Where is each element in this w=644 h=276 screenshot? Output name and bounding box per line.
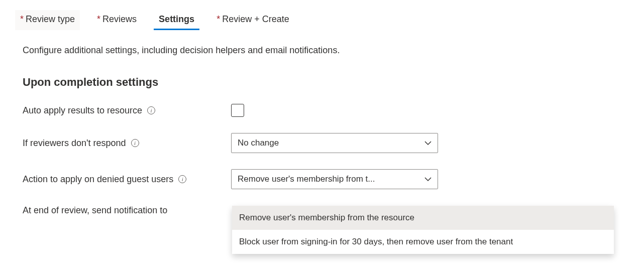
tab-settings[interactable]: Settings	[154, 10, 199, 30]
checkbox-auto-apply[interactable]	[231, 104, 244, 117]
label-text: At end of review, send notification to	[23, 205, 167, 216]
label-text: Auto apply results to resource	[23, 105, 142, 116]
row-denied-action: Action to apply on denied guest users i …	[23, 169, 629, 189]
info-icon[interactable]: i	[178, 175, 186, 183]
section-title: Upon completion settings	[23, 76, 629, 89]
row-no-respond: If reviewers don't respond i No change	[23, 133, 629, 153]
label-notification: At end of review, send notification to	[23, 205, 231, 216]
info-icon[interactable]: i	[131, 139, 139, 147]
select-value: No change	[238, 138, 279, 148]
row-auto-apply: Auto apply results to resource i	[23, 104, 629, 117]
label-no-respond: If reviewers don't respond i	[23, 138, 231, 149]
required-asterisk: *	[20, 14, 24, 24]
tab-label: Settings	[159, 14, 194, 24]
info-icon[interactable]: i	[147, 106, 155, 114]
label-text: If reviewers don't respond	[23, 138, 126, 149]
required-asterisk: *	[217, 14, 220, 24]
required-asterisk: *	[97, 14, 100, 24]
tab-reviews[interactable]: *Reviews	[92, 10, 142, 30]
tab-label: Review + Create	[222, 14, 289, 24]
tab-label: Reviews	[102, 14, 137, 24]
dropdown-option[interactable]: Block user from signing-in for 30 days, …	[232, 230, 614, 242]
select-no-respond[interactable]: No change	[231, 133, 438, 153]
chevron-down-icon	[424, 177, 432, 182]
dropdown-panel-denied-action: Remove user's membership from the resour…	[232, 206, 614, 242]
tab-review-type[interactable]: *Review type	[15, 10, 80, 30]
tab-review-create[interactable]: *Review + Create	[211, 10, 294, 30]
label-text: Action to apply on denied guest users	[23, 174, 173, 185]
page-description: Configure additional settings, including…	[23, 45, 629, 56]
chevron-down-icon	[424, 141, 432, 146]
tab-bar: *Review type *Reviews Settings *Review +…	[15, 10, 629, 30]
select-value: Remove user's membership from t...	[238, 174, 375, 184]
tab-label: Review type	[26, 14, 75, 24]
label-denied-action: Action to apply on denied guest users i	[23, 174, 231, 185]
dropdown-option[interactable]: Remove user's membership from the resour…	[232, 206, 614, 230]
select-denied-action[interactable]: Remove user's membership from t...	[231, 169, 438, 189]
label-auto-apply: Auto apply results to resource i	[23, 105, 231, 116]
